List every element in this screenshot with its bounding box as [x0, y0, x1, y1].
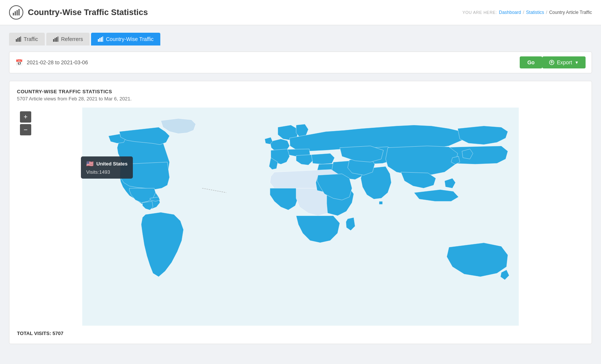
calendar-icon: 📅: [15, 59, 23, 66]
svg-rect-9: [55, 38, 56, 42]
breadcrumb-sep-1: /: [523, 10, 524, 15]
app-header: Country-Wise Traffic Statistics YOU ARE …: [0, 0, 601, 25]
go-button[interactable]: Go: [520, 56, 542, 68]
map-zoom-controls: + −: [20, 111, 31, 135]
filter-left: 📅 Go: [15, 56, 542, 68]
breadcrumb: YOU ARE HERE: Dashboard / Statistics / C…: [463, 10, 592, 15]
map-section: COUNTRY-WISE TRAFFIC STATISTICS 5707 Art…: [9, 81, 592, 344]
export-icon: [549, 60, 554, 65]
main-content: Traffic Referrers Country-Wise Traffic 📅: [0, 25, 601, 352]
svg-rect-6: [19, 37, 20, 42]
svg-rect-13: [99, 38, 100, 42]
section-title: COUNTRY-WISE TRAFFIC STATISTICS: [17, 89, 584, 94]
export-dropdown-arrow: ▼: [575, 60, 579, 65]
world-map[interactable]: [17, 108, 584, 326]
svg-rect-7: [20, 36, 21, 42]
svg-rect-5: [17, 38, 18, 42]
tab-referrers[interactable]: Referrers: [46, 33, 90, 46]
svg-rect-14: [101, 37, 102, 42]
date-range-input[interactable]: [27, 59, 516, 65]
section-subtitle: 5707 Article views from Feb 28, 2021 to …: [17, 96, 584, 102]
zoom-in-button[interactable]: +: [20, 111, 31, 123]
tab-traffic[interactable]: Traffic: [9, 33, 45, 46]
country-tab-icon: [98, 36, 103, 42]
section-header: COUNTRY-WISE TRAFFIC STATISTICS 5707 Art…: [17, 89, 584, 102]
tab-bar: Traffic Referrers Country-Wise Traffic: [9, 33, 592, 46]
svg-rect-10: [56, 37, 57, 42]
breadcrumb-dashboard[interactable]: Dashboard: [499, 10, 521, 15]
breadcrumb-sep-2: /: [546, 10, 547, 15]
logo-icon: [12, 9, 20, 16]
breadcrumb-statistics[interactable]: Statistics: [526, 10, 544, 15]
svg-rect-8: [53, 39, 54, 42]
app-logo: [9, 5, 23, 20]
page-title: Country-Wise Traffic Statistics: [28, 8, 148, 17]
filter-bar: 📅 Go Export ▼: [9, 52, 592, 73]
svg-rect-4: [16, 39, 17, 42]
svg-rect-15: [102, 36, 103, 42]
export-button[interactable]: Export ▼: [542, 56, 586, 68]
svg-rect-2: [17, 10, 18, 15]
svg-rect-0: [13, 13, 14, 15]
svg-rect-11: [58, 36, 58, 42]
zoom-out-button[interactable]: −: [20, 124, 31, 135]
breadcrumb-current: Country Article Traffic: [549, 10, 592, 15]
traffic-tab-icon: [16, 36, 21, 42]
breadcrumb-label: YOU ARE HERE:: [463, 10, 497, 15]
total-visits-label: TOTAL VISITS: 5707: [17, 331, 584, 336]
svg-rect-1: [15, 11, 16, 15]
svg-rect-12: [98, 39, 99, 42]
referrers-tab-icon: [53, 36, 58, 42]
svg-rect-3: [18, 9, 20, 15]
header-left: Country-Wise Traffic Statistics: [9, 5, 148, 20]
tab-country-wise-traffic[interactable]: Country-Wise Traffic: [91, 33, 160, 46]
